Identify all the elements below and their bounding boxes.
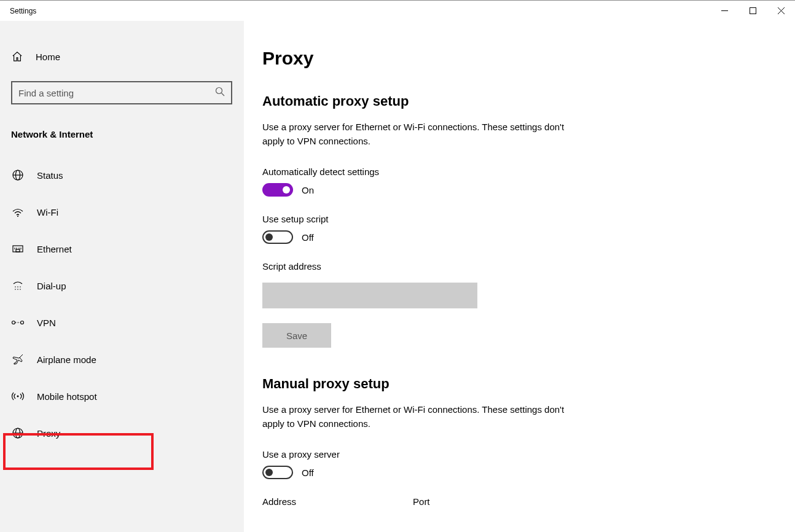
window-title: Settings xyxy=(10,7,36,15)
close-button[interactable] xyxy=(767,1,795,22)
sidebar-item-wifi[interactable]: Wi-Fi xyxy=(11,194,233,230)
hotspot-icon xyxy=(11,391,25,402)
use-proxy-label: Use a proxy server xyxy=(262,449,795,460)
maximize-icon xyxy=(750,7,756,14)
sidebar-item-label: Status xyxy=(37,170,63,181)
svg-point-16 xyxy=(15,286,16,288)
svg-point-17 xyxy=(17,286,18,288)
search-input[interactable] xyxy=(18,88,215,98)
close-icon xyxy=(778,7,785,14)
svg-point-19 xyxy=(15,289,16,290)
svg-rect-1 xyxy=(750,8,756,14)
auto-proxy-heading: Automatic proxy setup xyxy=(262,93,795,109)
sidebar: Home Network & Internet Status Wi-Fi xyxy=(0,21,244,532)
sidebar-item-label: VPN xyxy=(37,318,56,328)
script-address-input xyxy=(262,283,477,308)
sidebar-section-label: Network & Internet xyxy=(11,129,233,139)
search-icon xyxy=(215,87,225,99)
minimize-icon xyxy=(721,7,728,14)
auto-detect-label: Automatically detect settings xyxy=(262,166,795,177)
dialup-icon xyxy=(11,280,25,292)
svg-point-4 xyxy=(216,88,222,94)
svg-point-21 xyxy=(20,289,21,290)
sidebar-nav: Status Wi-Fi Ethernet Dial-up VPN xyxy=(11,157,233,452)
sidebar-item-vpn[interactable]: VPN xyxy=(11,304,233,341)
save-button: Save xyxy=(262,323,331,348)
proxy-icon xyxy=(11,427,25,439)
sidebar-item-status[interactable]: Status xyxy=(11,157,233,194)
use-script-state: Off xyxy=(302,232,314,243)
svg-point-25 xyxy=(17,396,19,397)
sidebar-item-dialup[interactable]: Dial-up xyxy=(11,267,233,304)
svg-point-9 xyxy=(17,216,18,217)
port-label: Port xyxy=(413,496,430,507)
airplane-icon xyxy=(11,353,25,366)
main-content: Proxy Automatic proxy setup Use a proxy … xyxy=(244,21,795,532)
maximize-button[interactable] xyxy=(738,1,767,22)
script-address-label: Script address xyxy=(262,261,795,272)
svg-line-5 xyxy=(222,93,225,96)
page-title: Proxy xyxy=(262,48,795,69)
home-icon xyxy=(11,51,23,62)
titlebar: Settings xyxy=(0,0,795,21)
svg-rect-11 xyxy=(16,249,20,252)
minimize-button[interactable] xyxy=(710,1,738,22)
sidebar-item-label: Ethernet xyxy=(37,244,72,254)
status-icon xyxy=(11,169,25,181)
sidebar-item-label: Wi-Fi xyxy=(37,207,58,217)
sidebar-item-label: Dial-up xyxy=(37,281,66,291)
sidebar-item-label: Airplane mode xyxy=(37,354,96,365)
manual-proxy-desc: Use a proxy server for Ethernet or Wi-Fi… xyxy=(262,403,588,431)
sidebar-item-ethernet[interactable]: Ethernet xyxy=(11,230,233,267)
nav-home-label: Home xyxy=(36,52,60,62)
sidebar-item-label: Proxy xyxy=(37,428,60,439)
search-box[interactable] xyxy=(11,81,232,104)
sidebar-item-proxy[interactable]: Proxy xyxy=(11,415,233,452)
nav-home[interactable]: Home xyxy=(11,43,233,70)
use-script-label: Use setup script xyxy=(262,214,795,224)
sidebar-item-label: Mobile hotspot xyxy=(37,391,97,402)
manual-proxy-heading: Manual proxy setup xyxy=(262,376,795,392)
wifi-icon xyxy=(11,206,25,218)
auto-detect-toggle[interactable] xyxy=(262,183,293,197)
use-script-toggle[interactable] xyxy=(262,230,293,244)
svg-point-18 xyxy=(20,286,21,288)
vpn-icon xyxy=(11,318,25,327)
svg-rect-10 xyxy=(13,246,23,252)
auto-proxy-desc: Use a proxy server for Ethernet or Wi-Fi… xyxy=(262,120,588,148)
address-label: Address xyxy=(262,496,296,507)
auto-detect-state: On xyxy=(302,185,314,195)
sidebar-item-hotspot[interactable]: Mobile hotspot xyxy=(11,378,233,415)
svg-point-23 xyxy=(21,321,24,324)
ethernet-icon xyxy=(11,243,25,255)
use-proxy-toggle[interactable] xyxy=(262,466,293,479)
sidebar-item-airplane[interactable]: Airplane mode xyxy=(11,341,233,378)
svg-point-22 xyxy=(12,321,15,324)
svg-point-20 xyxy=(17,289,18,290)
use-proxy-state: Off xyxy=(302,467,314,478)
